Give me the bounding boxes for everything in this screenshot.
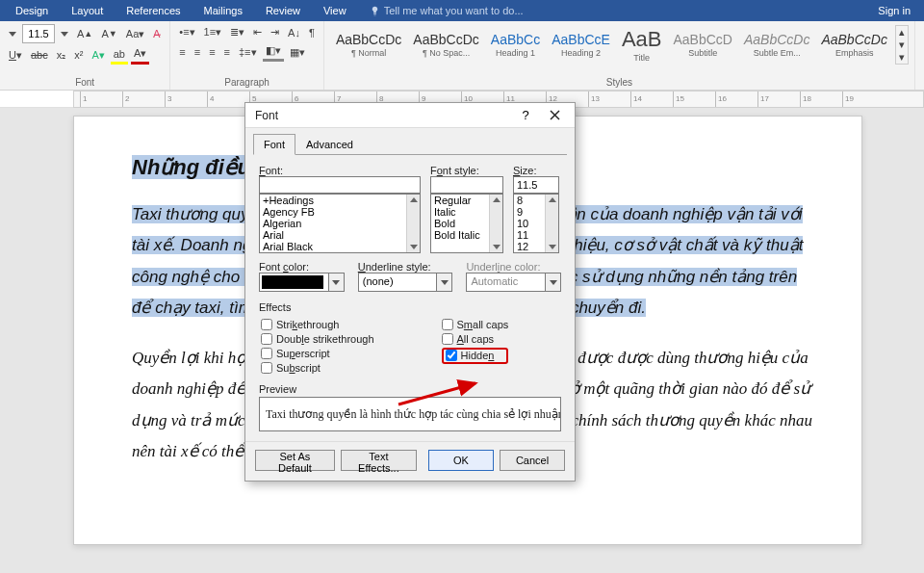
multilevel-icon[interactable]: ≣▾ bbox=[227, 24, 247, 40]
help-button[interactable]: ? bbox=[511, 105, 540, 126]
set-default-button[interactable]: Set As Default bbox=[255, 450, 335, 471]
chk-subscript[interactable]: Subscript bbox=[261, 362, 374, 374]
scrollbar[interactable] bbox=[489, 195, 502, 252]
chk-hidden[interactable]: Hidden bbox=[446, 350, 495, 361]
tab-advanced[interactable]: Advanced bbox=[295, 134, 364, 155]
styles-scroll-up-icon[interactable]: ▴ bbox=[896, 26, 908, 39]
underline-icon[interactable]: U▾ bbox=[6, 47, 25, 64]
ruler-tick: 4 bbox=[207, 91, 214, 107]
dialog-title: Font bbox=[255, 109, 278, 122]
text-effects-button[interactable]: Text Effects... bbox=[341, 450, 417, 471]
change-case-icon[interactable]: Aa▾ bbox=[123, 26, 147, 42]
chevron-down-icon[interactable] bbox=[437, 273, 452, 292]
lbl-font: Font: bbox=[259, 165, 421, 176]
lbl-fontcolor: Font color: bbox=[259, 261, 345, 273]
grow-font-icon[interactable]: A▲ bbox=[74, 26, 95, 41]
tab-review[interactable]: Review bbox=[254, 0, 312, 21]
tab-view[interactable]: View bbox=[312, 0, 358, 21]
list-item[interactable]: Agency FB bbox=[260, 206, 420, 218]
subscript-icon[interactable]: x₂ bbox=[54, 47, 69, 64]
size-input[interactable] bbox=[513, 176, 559, 194]
bullets-icon[interactable]: •≡▾ bbox=[176, 24, 197, 40]
ruler-tick: 16 bbox=[715, 91, 727, 107]
lbl-size: Size: bbox=[513, 165, 559, 176]
justify-icon[interactable]: ≡ bbox=[221, 44, 233, 60]
dialog-titlebar[interactable]: Font ? bbox=[245, 103, 575, 128]
dec-indent-icon[interactable]: ⇤ bbox=[250, 24, 265, 40]
chk-allcaps[interactable]: All caps bbox=[442, 333, 509, 345]
text-effects-icon[interactable]: A▾ bbox=[89, 47, 107, 64]
font-size-input[interactable] bbox=[22, 24, 55, 43]
scrollbar[interactable] bbox=[545, 195, 558, 252]
lbl-effects: Effects bbox=[259, 301, 561, 313]
line-spacing-icon[interactable]: ‡≡▾ bbox=[236, 44, 260, 61]
shrink-font-icon[interactable]: A▼ bbox=[98, 26, 119, 41]
ruler-tick: 2 bbox=[122, 91, 129, 107]
size-list[interactable]: 8 9 10 11 12 bbox=[513, 194, 559, 253]
style-nospacing[interactable]: AaBbCcDc¶ No Spac... bbox=[407, 29, 484, 61]
list-item[interactable]: Algerian bbox=[260, 218, 420, 229]
numbering-icon[interactable]: 1≡▾ bbox=[201, 24, 225, 40]
close-button[interactable] bbox=[540, 105, 569, 126]
sort-icon[interactable]: A↓ bbox=[285, 25, 303, 40]
styles-more-icon[interactable]: ▾ bbox=[896, 51, 908, 64]
lbl-fontstyle: Font style: bbox=[430, 165, 503, 176]
superscript-icon[interactable]: x² bbox=[71, 47, 86, 63]
clear-format-icon[interactable]: A̶ bbox=[150, 26, 164, 42]
align-left-icon[interactable]: ≡ bbox=[176, 44, 188, 60]
style-heading2[interactable]: AaBbCcEHeading 2 bbox=[546, 29, 616, 61]
font-input[interactable] bbox=[259, 176, 421, 194]
list-item[interactable]: Arial bbox=[260, 229, 420, 241]
font-color-icon[interactable]: A▾ bbox=[131, 45, 149, 65]
ruler-tick: 17 bbox=[757, 91, 769, 107]
underline-style-combo[interactable]: (none) bbox=[358, 273, 453, 292]
style-emphasis[interactable]: AaBbCcDcEmphasis bbox=[815, 29, 892, 61]
ruler-tick: 19 bbox=[842, 91, 854, 107]
borders-icon[interactable]: ▦▾ bbox=[287, 44, 308, 61]
align-right-icon[interactable]: ≡ bbox=[206, 44, 218, 60]
font-size-arrow[interactable] bbox=[58, 30, 71, 39]
cancel-button[interactable]: Cancel bbox=[500, 450, 565, 471]
style-heading1[interactable]: AaBbCcHeading 1 bbox=[485, 29, 546, 61]
chevron-down-icon[interactable] bbox=[329, 273, 345, 292]
ok-button[interactable]: OK bbox=[428, 450, 494, 471]
style-subtitle[interactable]: AaBbCcDSubtitle bbox=[667, 29, 737, 61]
fontstyle-list[interactable]: Regular Italic Bold Bold Italic bbox=[430, 194, 503, 253]
group-styles-label: Styles bbox=[330, 76, 909, 90]
tab-mailings[interactable]: Mailings bbox=[192, 0, 254, 21]
tab-layout[interactable]: Layout bbox=[60, 0, 115, 21]
lbl-underline-style: Underline style: bbox=[358, 261, 453, 273]
close-icon bbox=[550, 110, 560, 120]
align-center-icon[interactable]: ≡ bbox=[192, 44, 203, 60]
chk-strikethrough[interactable]: Strikethrough bbox=[261, 319, 374, 330]
scrollbar[interactable] bbox=[406, 195, 420, 252]
strike-icon[interactable]: abc bbox=[28, 47, 51, 63]
chk-superscript[interactable]: Superscript bbox=[261, 348, 374, 359]
inc-indent-icon[interactable]: ⇥ bbox=[268, 24, 282, 40]
style-subtle-em[interactable]: AaBbCcDcSubtle Em... bbox=[738, 29, 815, 61]
font-combo-arrow[interactable] bbox=[6, 30, 19, 39]
font-list[interactable]: +Headings Agency FB Algerian Arial Arial… bbox=[259, 194, 421, 253]
style-title[interactable]: AaBTitle bbox=[616, 24, 668, 65]
tab-font[interactable]: Font bbox=[253, 134, 295, 155]
chk-double-strike[interactable]: Double strikethrough bbox=[261, 333, 374, 345]
group-font-label: Font bbox=[6, 76, 164, 90]
font-dialog: Font ? Font Advanced Font: +Headings Age… bbox=[244, 102, 576, 482]
fontstyle-input[interactable] bbox=[430, 176, 503, 194]
chk-smallcaps[interactable]: Small caps bbox=[442, 319, 509, 330]
styles-gallery[interactable]: AaBbCcDc¶ Normal AaBbCcDc¶ No Spac... Aa… bbox=[330, 24, 909, 65]
highlight-icon[interactable]: ab bbox=[111, 46, 128, 65]
tab-references[interactable]: References bbox=[115, 0, 192, 21]
list-item[interactable]: +Headings bbox=[260, 195, 420, 206]
show-marks-icon[interactable]: ¶ bbox=[306, 25, 318, 40]
list-item[interactable]: Arial Black bbox=[260, 241, 420, 252]
tab-design[interactable]: Design bbox=[4, 0, 60, 21]
sign-in[interactable]: Sign in bbox=[878, 5, 920, 16]
hidden-highlight: Hidden bbox=[442, 348, 509, 364]
shading-icon[interactable]: ◧▾ bbox=[263, 42, 284, 62]
tell-me[interactable]: Tell me what you want to do... bbox=[358, 0, 535, 21]
font-color-combo[interactable] bbox=[259, 273, 345, 292]
styles-scroll-down-icon[interactable]: ▾ bbox=[896, 39, 908, 51]
style-normal[interactable]: AaBbCcDc¶ Normal bbox=[330, 29, 407, 61]
ribbon-tabs: Design Layout References Mailings Review… bbox=[0, 0, 924, 21]
